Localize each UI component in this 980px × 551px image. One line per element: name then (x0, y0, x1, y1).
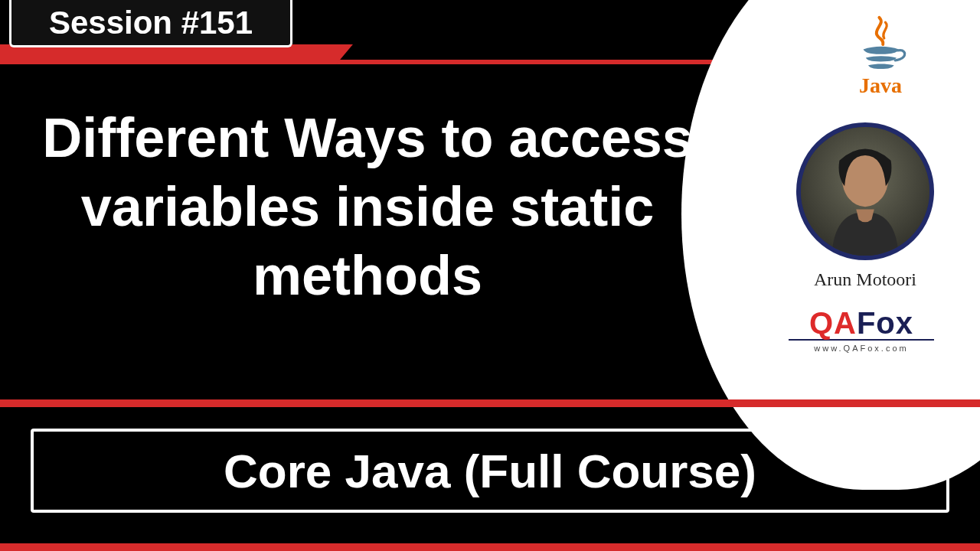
java-cup-icon (835, 14, 926, 78)
avatar (796, 122, 934, 260)
qafox-fox: Fox (857, 306, 913, 340)
java-text: Java (835, 73, 926, 98)
qafox-qa: QA (809, 306, 857, 340)
main-title: Different Ways to access variables insid… (31, 103, 704, 310)
course-title: Core Java (Full Course) (224, 444, 756, 498)
qafox-wordmark: QAFox (789, 306, 934, 341)
author-name: Arun Motoori (789, 269, 942, 290)
decorative-line-mid (0, 399, 980, 407)
session-badge: Session #151 (9, 0, 292, 47)
decorative-line-bottom (0, 543, 980, 551)
qafox-url: www.QAFox.com (789, 339, 934, 353)
java-logo: Java (835, 14, 926, 98)
course-banner: Core Java (Full Course) (31, 429, 949, 513)
qafox-logo: QAFox www.QAFox.com (789, 306, 934, 353)
session-label: Session #151 (49, 5, 253, 41)
